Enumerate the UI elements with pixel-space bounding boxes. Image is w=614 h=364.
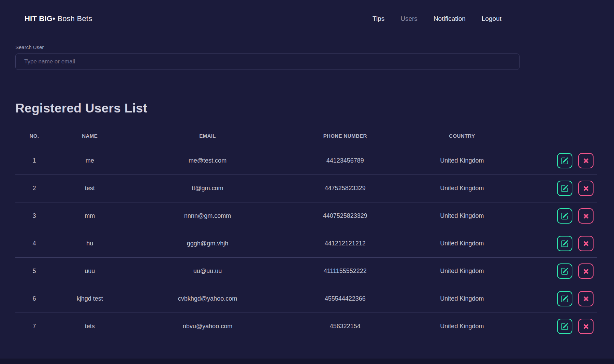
cell-email: nbvu@yahoo.com	[127, 313, 289, 340]
column-header-actions	[523, 125, 597, 147]
x-cross-icon	[583, 157, 589, 164]
cell-actions	[523, 147, 597, 175]
cell-name: uuu	[53, 257, 127, 285]
x-cross-icon	[583, 185, 589, 192]
cell-country: United Kingdom	[401, 313, 523, 340]
x-cross-icon	[583, 240, 589, 247]
cell-no: 6	[15, 285, 53, 313]
registered-users-table: NO. NAME EMAIL PHONE NUMBER COUNTRY 1 me…	[15, 125, 597, 340]
cell-phone: 455544422366	[289, 285, 401, 313]
cell-no: 2	[15, 175, 53, 202]
delete-user-button[interactable]	[578, 236, 594, 251]
cell-name: hu	[53, 230, 127, 257]
search-section: Search User	[15, 44, 520, 70]
edit-pencil-square-icon	[561, 240, 568, 247]
edit-user-button[interactable]	[557, 319, 572, 334]
x-cross-icon	[583, 323, 589, 330]
cell-name: mm	[53, 202, 127, 230]
table-row: 7 tets nbvu@yahoo.com 456322154 United K…	[15, 313, 597, 340]
brand-logo-bold: HIT BIG•	[25, 14, 55, 23]
x-cross-icon	[583, 295, 589, 302]
cell-country: United Kingdom	[401, 285, 523, 313]
table-row: 2 test tt@gm.com 447525823329 United Kin…	[15, 175, 597, 202]
nav-item-notification[interactable]: Notification	[434, 15, 466, 22]
delete-user-button[interactable]	[578, 153, 594, 168]
cell-actions	[523, 175, 597, 202]
edit-user-button[interactable]	[557, 208, 572, 224]
column-header-email: EMAIL	[127, 125, 289, 147]
table-row: 5 uuu uu@uu.uu 4111155552222 United King…	[15, 257, 597, 285]
top-navigation-bar: HIT BIG• Bosh Bets Tips Users Notificati…	[0, 0, 614, 37]
users-table-body: 1 me me@test.com 44123456789 United King…	[15, 147, 597, 340]
delete-user-button[interactable]	[578, 291, 594, 306]
edit-pencil-square-icon	[561, 295, 568, 303]
cell-email: cvbkhgd@yahoo.com	[127, 285, 289, 313]
edit-user-button[interactable]	[557, 236, 572, 251]
edit-user-button[interactable]	[557, 181, 572, 196]
cell-name: kjhgd test	[53, 285, 127, 313]
edit-user-button[interactable]	[557, 263, 572, 279]
delete-user-button[interactable]	[578, 319, 594, 334]
x-cross-icon	[583, 213, 589, 219]
cell-country: United Kingdom	[401, 175, 523, 202]
cell-country: United Kingdom	[401, 147, 523, 175]
cell-email: tt@gm.com	[127, 175, 289, 202]
cell-email: nnnn@gm.comm	[127, 202, 289, 230]
cell-no: 1	[15, 147, 53, 175]
edit-user-button[interactable]	[557, 291, 572, 306]
x-cross-icon	[583, 268, 589, 275]
table-row: 1 me me@test.com 44123456789 United King…	[15, 147, 597, 175]
page-title: Registered Users List	[15, 101, 614, 116]
cell-country: United Kingdom	[401, 230, 523, 257]
cell-name: tets	[53, 313, 127, 340]
cell-phone: 447525823329	[289, 175, 401, 202]
nav-item-tips[interactable]: Tips	[372, 15, 384, 22]
column-header-country: COUNTRY	[401, 125, 523, 147]
edit-pencil-square-icon	[561, 323, 568, 330]
cell-phone: 4407525823329	[289, 202, 401, 230]
cell-name: test	[53, 175, 127, 202]
search-user-label: Search User	[15, 44, 520, 50]
column-header-name: NAME	[53, 125, 127, 147]
cell-phone: 44123456789	[289, 147, 401, 175]
cell-country: United Kingdom	[401, 202, 523, 230]
registered-users-table-wrap: NO. NAME EMAIL PHONE NUMBER COUNTRY 1 me…	[15, 125, 597, 340]
table-row: 6 kjhgd test cvbkhgd@yahoo.com 455544422…	[15, 285, 597, 313]
edit-pencil-square-icon	[561, 268, 568, 275]
nav-item-users[interactable]: Users	[400, 15, 418, 22]
table-header-row: NO. NAME EMAIL PHONE NUMBER COUNTRY	[15, 125, 597, 147]
delete-user-button[interactable]	[578, 263, 594, 279]
cell-name: me	[53, 147, 127, 175]
brand-logo: HIT BIG• Bosh Bets	[25, 14, 92, 23]
cell-actions	[523, 285, 597, 313]
edit-pencil-square-icon	[561, 212, 568, 220]
cell-email: uu@uu.uu	[127, 257, 289, 285]
cell-actions	[523, 230, 597, 257]
delete-user-button[interactable]	[578, 208, 594, 224]
table-row: 4 hu gggh@gm.vhjh 441212121212 United Ki…	[15, 230, 597, 257]
cell-country: United Kingdom	[401, 257, 523, 285]
cell-actions	[523, 313, 597, 340]
cell-no: 3	[15, 202, 53, 230]
delete-user-button[interactable]	[578, 181, 594, 196]
column-header-phone: PHONE NUMBER	[289, 125, 401, 147]
cell-email: me@test.com	[127, 147, 289, 175]
edit-pencil-square-icon	[561, 157, 568, 165]
main-nav: Tips Users Notification Logout	[372, 15, 501, 22]
edit-user-button[interactable]	[557, 153, 572, 168]
cell-phone: 456322154	[289, 313, 401, 340]
cell-phone: 4111155552222	[289, 257, 401, 285]
search-user-input[interactable]	[15, 54, 520, 70]
column-header-no: NO.	[15, 125, 53, 147]
cell-phone: 441212121212	[289, 230, 401, 257]
cell-actions	[523, 257, 597, 285]
cell-no: 7	[15, 313, 53, 340]
cell-email: gggh@gm.vhjh	[127, 230, 289, 257]
cell-no: 5	[15, 257, 53, 285]
nav-item-logout[interactable]: Logout	[482, 15, 501, 22]
cell-actions	[523, 202, 597, 230]
bottom-strip	[0, 359, 614, 364]
table-row: 3 mm nnnn@gm.comm 4407525823329 United K…	[15, 202, 597, 230]
edit-pencil-square-icon	[561, 185, 568, 192]
cell-no: 4	[15, 230, 53, 257]
